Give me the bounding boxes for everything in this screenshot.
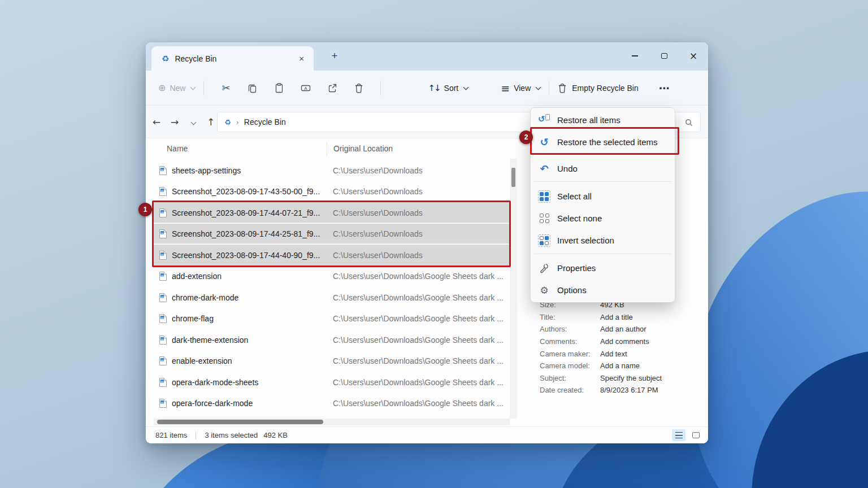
table-row[interactable]: chrome-flag C:\Users\user\Downloads\Goog…	[154, 308, 510, 330]
table-row[interactable]: chrome-dark-mode C:\Users\user\Downloads…	[154, 287, 510, 308]
detail-label: Subject:	[540, 374, 600, 382]
menu-divider	[534, 254, 671, 254]
navigation-buttons: ← → ↑	[151, 106, 216, 138]
column-header-location[interactable]: Original Location	[333, 144, 393, 153]
file-name: enable-extension	[172, 356, 333, 365]
chevron-down-icon	[536, 84, 541, 90]
recycle-bin-icon: ♻	[162, 54, 169, 64]
forward-button[interactable]: →	[170, 116, 180, 128]
up-button[interactable]: ↑	[206, 116, 216, 128]
details-view-toggle[interactable]	[672, 429, 685, 441]
tab-recycle-bin[interactable]: ♻ Recycle Bin ×	[151, 46, 314, 71]
table-row[interactable]: opera-dark-mode-sheets C:\Users\user\Dow…	[154, 372, 510, 393]
detail-value[interactable]: Add text	[600, 350, 627, 358]
view-toggles	[672, 429, 702, 441]
menu-item-options[interactable]: ⚙ Options	[531, 279, 675, 301]
minimize-button[interactable]	[620, 42, 649, 69]
share-button[interactable]	[319, 77, 345, 99]
detail-value[interactable]: Add comments	[600, 337, 649, 346]
detail-value[interactable]: Add a name	[600, 361, 640, 370]
horizontal-scrollbar[interactable]	[154, 419, 510, 425]
window-controls: ×	[620, 42, 708, 69]
sort-button[interactable]: ↑↓ Sort	[428, 83, 468, 93]
copy-button[interactable]	[239, 77, 266, 99]
detail-label: Authors:	[540, 325, 600, 333]
search-icon	[684, 118, 693, 127]
detail-value: 8/9/2023 6:17 PM	[600, 386, 658, 394]
back-button[interactable]: ←	[151, 116, 162, 128]
detail-value[interactable]: Add a title	[600, 313, 633, 321]
large-icons-view-icon	[692, 432, 700, 438]
file-location: C:\Users\user\Downloads\Google Sheets da…	[333, 314, 508, 323]
detail-value[interactable]: Add an author	[600, 325, 646, 333]
file-location: C:\Users\user\Downloads\Google Sheets da…	[333, 399, 508, 408]
view-button[interactable]: ≡ View	[501, 82, 540, 94]
image-file-icon	[159, 377, 167, 387]
selected-count: 3 items selected	[205, 431, 258, 439]
tab-title: Recycle Bin	[175, 54, 216, 63]
breadcrumb[interactable]: Recycle Bin	[244, 117, 286, 127]
breadcrumb-chevron-icon: ›	[236, 118, 239, 127]
svg-text:A: A	[304, 85, 307, 90]
table-row[interactable]: sheets-app-settings C:\Users\user\Downlo…	[154, 160, 510, 181]
file-name: chrome-dark-mode	[172, 293, 333, 302]
menu-item-select-none[interactable]: Select none	[531, 207, 675, 229]
image-file-icon	[159, 271, 167, 281]
detail-label: Camera maker:	[540, 350, 600, 358]
detail-label: Camera model:	[540, 361, 600, 370]
more-options-button[interactable]: ⋯	[659, 82, 670, 94]
file-rows: sheets-app-settings C:\Users\user\Downlo…	[154, 160, 510, 414]
menu-item-select-all[interactable]: Select all	[531, 185, 675, 207]
menu-item-label: Options	[557, 285, 587, 295]
menu-item-label: Undo	[557, 164, 578, 173]
address-bar[interactable]: ♻ › Recycle Bin	[217, 112, 581, 132]
empty-recycle-bin-button[interactable]: Empty Recycle Bin	[558, 83, 638, 93]
table-row[interactable]: dark-theme-extension C:\Users\user\Downl…	[154, 329, 510, 351]
new-button[interactable]: ⊕ New	[158, 82, 195, 93]
file-name: opera-dark-mode-sheets	[172, 378, 333, 387]
recent-locations-button[interactable]	[188, 118, 198, 126]
toolbar-divider	[549, 81, 549, 95]
vertical-scrollbar[interactable]	[510, 159, 517, 419]
items-count: 821 items	[155, 431, 187, 439]
tab-close-icon[interactable]: ×	[296, 53, 307, 64]
vertical-scrollbar-thumb[interactable]	[511, 168, 515, 187]
close-button[interactable]: ×	[679, 42, 708, 69]
file-location: C:\Users\user\Downloads\Google Sheets da…	[333, 336, 508, 345]
detail-value[interactable]: Specify the subject	[600, 374, 662, 382]
options-gear-icon: ⚙	[538, 284, 550, 297]
menu-item-undo[interactable]: ↶ Undo	[531, 158, 675, 180]
image-file-icon	[159, 186, 167, 197]
menu-item-properties[interactable]: Properties	[531, 257, 675, 279]
file-name: Screenshot_2023-08-09-17-43-50-00_f9...	[172, 187, 333, 196]
menu-item-invert-selection[interactable]: Invert selection	[531, 229, 675, 251]
menu-item-label: Invert selection	[557, 236, 614, 245]
properties-wrench-icon	[538, 262, 550, 274]
empty-recycle-bin-label: Empty Recycle Bin	[572, 84, 638, 93]
rename-icon: A	[301, 83, 311, 93]
copy-icon	[248, 83, 258, 93]
maximize-button[interactable]	[649, 42, 679, 69]
rename-button[interactable]: A	[292, 77, 319, 99]
menu-item-label: Select all	[557, 191, 592, 201]
horizontal-scrollbar-thumb[interactable]	[157, 420, 323, 424]
table-row[interactable]: enable-extension C:\Users\user\Downloads…	[154, 351, 510, 372]
column-divider[interactable]	[327, 142, 327, 156]
new-tab-button[interactable]: +	[327, 48, 342, 64]
table-row[interactable]: Screenshot_2023-08-09-17-43-50-00_f9... …	[154, 181, 510, 203]
selected-size: 492 KB	[263, 431, 288, 439]
cut-button[interactable]: ✂	[212, 77, 239, 99]
table-row[interactable]: add-extension C:\Users\user\Downloads\Go…	[154, 266, 510, 287]
delete-button[interactable]	[345, 77, 372, 99]
large-icons-view-toggle[interactable]	[689, 429, 702, 441]
details-view-icon	[675, 432, 683, 438]
sort-arrows-icon: ↑↓	[428, 83, 440, 93]
details-panel: Size:492 KB Title:Add a title Authors:Ad…	[540, 299, 705, 396]
view-lines-icon: ≡	[501, 82, 510, 94]
image-file-icon	[159, 165, 167, 176]
paste-button[interactable]	[266, 77, 292, 99]
table-row[interactable]: opera-force-dark-mode C:\Users\user\Down…	[154, 393, 510, 415]
selection-annotation-box	[152, 201, 511, 267]
column-header-name[interactable]: Name	[167, 144, 188, 153]
menu-item-label: Select none	[557, 213, 602, 223]
